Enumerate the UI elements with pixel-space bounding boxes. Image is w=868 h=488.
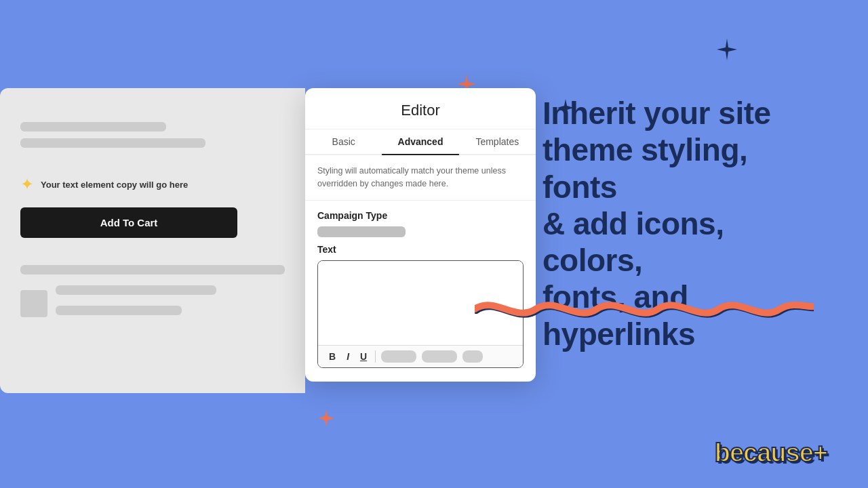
toolbar-pill-small [462, 350, 483, 363]
wave-decoration [475, 282, 814, 339]
heading-line-3: & add icons, colors, [542, 206, 724, 278]
text-field-label: Text [317, 244, 524, 255]
mockup-text-copy: Your text element copy will go here [41, 180, 188, 190]
heading-line-1: Inherit your site [542, 96, 771, 131]
campaign-type-label: Campaign Type [317, 210, 524, 221]
toolbar-pill-1 [381, 350, 416, 363]
sparkle-bottom-left [317, 409, 336, 430]
star-icon: ✦ [20, 175, 34, 194]
because-logo: because+ [715, 439, 827, 468]
mockup-lines-group-1 [56, 285, 285, 322]
tab-templates[interactable]: Templates [459, 129, 536, 155]
placeholder-line-2 [20, 138, 205, 148]
tab-basic[interactable]: Basic [305, 129, 382, 155]
italic-button[interactable]: I [344, 350, 352, 363]
editor-info-text: Styling will automatically match your th… [305, 155, 536, 201]
mockup-bottom-lines [20, 265, 285, 322]
placeholder-line-3 [20, 265, 285, 274]
mockup-top-lines [20, 122, 285, 148]
toolbar-divider [375, 350, 376, 363]
text-editor-toolbar: B I U [318, 345, 523, 367]
mockup-row-1 [20, 285, 285, 322]
webpage-mockup: ✦ Your text element copy will go here Ad… [0, 88, 305, 393]
toolbar-pill-2 [422, 350, 457, 363]
heading-line-2: theme styling, fonts [542, 132, 747, 204]
underline-button[interactable]: U [357, 350, 370, 363]
mockup-square-1 [20, 290, 47, 317]
sparkle-top-right [715, 37, 739, 64]
logo-suffix: + [813, 439, 827, 467]
tab-advanced[interactable]: Advanced [382, 129, 458, 155]
campaign-type-field: Campaign Type [305, 201, 536, 237]
add-to-cart-button[interactable]: Add To Cart [20, 207, 237, 238]
bold-button[interactable]: B [326, 350, 338, 363]
editor-tabs: Basic Advanced Templates [305, 129, 536, 155]
logo-text: because [715, 439, 813, 467]
placeholder-line-1 [20, 122, 166, 131]
campaign-type-value-bar [317, 226, 406, 237]
mockup-text-element: ✦ Your text element copy will go here [20, 175, 285, 194]
editor-title: Editor [305, 88, 536, 129]
